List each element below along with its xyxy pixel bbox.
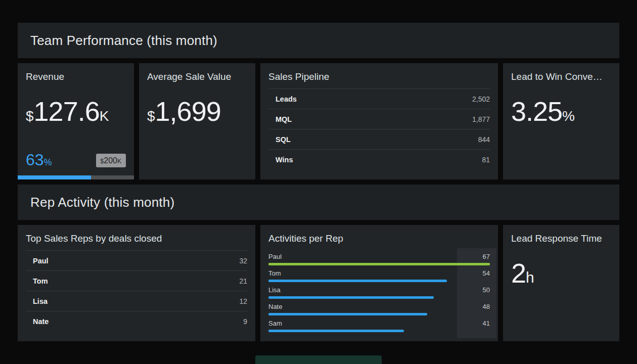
pipeline-row-mql: MQL 1,877 xyxy=(268,109,490,129)
top-reps-list: Paul 32 Tom 21 Lisa 12 Nate 9 xyxy=(26,250,247,332)
lead-response-card-title: Lead Response Time xyxy=(511,233,611,244)
rep-name: Paul xyxy=(33,257,49,265)
rep-deals-value: 32 xyxy=(239,257,247,265)
revenue-card-title: Revenue xyxy=(26,71,126,82)
activity-rep-value: 67 xyxy=(483,253,490,260)
activity-row-tom: Tom 54 xyxy=(268,269,490,282)
card-activities-per-rep: Activities per Rep Paul 67 Tom 54 xyxy=(260,225,498,341)
activity-bar xyxy=(268,296,434,299)
activity-rep-label: Tom xyxy=(268,269,281,277)
activity-row-head: Nate 48 xyxy=(268,303,490,310)
pipeline-stage-value: 2,502 xyxy=(472,95,490,103)
card-top-sales-reps: Top Sales Reps by deals closed Paul 32 T… xyxy=(18,225,255,341)
activity-rep-label: Lisa xyxy=(268,286,281,294)
revenue-progress-fill xyxy=(18,175,91,179)
lead-response-big-number: 2h xyxy=(511,257,611,289)
activity-row-lisa: Lisa 50 xyxy=(268,286,490,299)
revenue-goal-percent: 63% xyxy=(26,151,52,169)
revenue-goal-badge: $200K xyxy=(96,154,126,167)
pipeline-stage-value: 844 xyxy=(478,135,490,144)
pipeline-stage-label: Leads xyxy=(276,95,297,103)
activity-row-head: Lisa 50 xyxy=(268,286,490,294)
card-lead-response-time: Lead Response Time 2h xyxy=(503,225,619,341)
goal-suffix: K xyxy=(117,158,121,165)
revenue-percent-value: 63 xyxy=(26,151,44,169)
pipeline-row-wins: Wins 81 xyxy=(268,150,490,170)
lead-to-win-big-number: 3.25% xyxy=(511,96,611,127)
activity-row-head: Sam 41 xyxy=(268,320,490,327)
revenue-currency-symbol: $ xyxy=(26,108,34,124)
average-sale-card-title: Average Sale Value xyxy=(147,71,247,82)
top-reps-card-title: Top Sales Reps by deals closed xyxy=(26,233,247,244)
revenue-big-number: $127.6K xyxy=(26,96,126,127)
rep-row-nate: Nate 9 xyxy=(26,311,247,332)
pipeline-stage-label: Wins xyxy=(276,156,293,164)
pipeline-stage-value: 81 xyxy=(482,156,490,164)
pipeline-row-leads: Leads 2,502 xyxy=(268,89,490,109)
sales-pipeline-card-title: Sales Pipeline xyxy=(268,71,490,82)
rep-row-tom: Tom 21 xyxy=(26,271,247,291)
average-sale-value: 1,699 xyxy=(155,96,221,126)
rep-deals-value: 21 xyxy=(239,277,247,285)
activity-bar xyxy=(268,263,490,265)
dashboard: Team Performance (this month) Revenue $1… xyxy=(18,23,619,346)
goal-value: 200 xyxy=(104,156,117,165)
revenue-suffix: K xyxy=(100,108,109,124)
section-title-rep-activity: Rep Activity (this month) xyxy=(30,195,174,210)
activities-card-title: Activities per Rep xyxy=(268,233,490,244)
activity-rep-value: 41 xyxy=(483,320,490,327)
activity-rep-value: 50 xyxy=(483,286,490,294)
activity-rep-label: Sam xyxy=(268,320,282,327)
rep-row-paul: Paul 32 xyxy=(26,251,247,271)
activity-row-paul: Paul 67 xyxy=(268,253,490,265)
lead-to-win-card-title: Lead to Win Conve… xyxy=(511,71,611,82)
rep-name: Nate xyxy=(33,317,49,326)
activity-rep-label: Nate xyxy=(268,303,282,310)
pipeline-stage-label: MQL xyxy=(276,115,292,123)
activities-bar-chart: Paul 67 Tom 54 Lisa 50 xyxy=(268,253,490,332)
activity-row-sam: Sam 41 xyxy=(268,320,490,332)
rep-deals-value: 9 xyxy=(243,317,247,326)
activity-rep-label: Paul xyxy=(268,253,282,260)
revenue-progress-track xyxy=(18,175,134,179)
activity-row-head: Paul 67 xyxy=(268,253,490,260)
card-sales-pipeline: Sales Pipeline Leads 2,502 MQL 1,877 SQL… xyxy=(260,63,498,179)
activity-rep-value: 54 xyxy=(483,269,490,277)
revenue-value: 127.6 xyxy=(34,96,100,126)
card-revenue: Revenue $127.6K 63% $200K xyxy=(18,63,134,179)
revenue-footer: 63% $200K xyxy=(26,151,126,169)
rep-deals-value: 12 xyxy=(239,297,247,305)
section-header-rep-activity: Rep Activity (this month) xyxy=(18,185,619,220)
pipeline-stage-value: 1,877 xyxy=(472,115,490,123)
activity-bar xyxy=(268,313,427,315)
pipeline-row-sql: SQL 844 xyxy=(268,129,490,150)
activity-bar xyxy=(268,330,404,332)
lead-to-win-value: 3.25 xyxy=(511,96,562,126)
rep-name: Lisa xyxy=(33,297,48,305)
card-average-sale-value: Average Sale Value $1,699 xyxy=(139,63,255,179)
activity-rep-value: 48 xyxy=(483,303,490,310)
lead-response-unit: h xyxy=(526,269,534,286)
activity-row-nate: Nate 48 xyxy=(268,303,490,315)
average-sale-big-number: $1,699 xyxy=(147,96,247,127)
bottom-toolbar-peek[interactable] xyxy=(255,355,382,364)
revenue-percent-sign: % xyxy=(44,157,52,167)
sales-pipeline-list: Leads 2,502 MQL 1,877 SQL 844 Wins 81 xyxy=(268,88,490,170)
activity-bar xyxy=(268,280,447,282)
pipeline-stage-label: SQL xyxy=(276,135,291,144)
rep-row-lisa: Lisa 12 xyxy=(26,291,247,311)
lead-response-value: 2 xyxy=(511,258,526,288)
lead-to-win-suffix: % xyxy=(562,108,575,124)
section-title-team-performance: Team Performance (this month) xyxy=(30,33,217,49)
rep-activity-row: Top Sales Reps by deals closed Paul 32 T… xyxy=(18,225,619,341)
section-header-team-performance: Team Performance (this month) xyxy=(18,23,619,58)
rep-name: Tom xyxy=(33,277,48,285)
average-sale-currency-symbol: $ xyxy=(147,108,155,124)
activity-row-head: Tom 54 xyxy=(268,269,490,277)
team-performance-row: Revenue $127.6K 63% $200K Average Sale V… xyxy=(18,63,619,179)
card-lead-to-win-conversion: Lead to Win Conve… 3.25% xyxy=(503,63,619,179)
